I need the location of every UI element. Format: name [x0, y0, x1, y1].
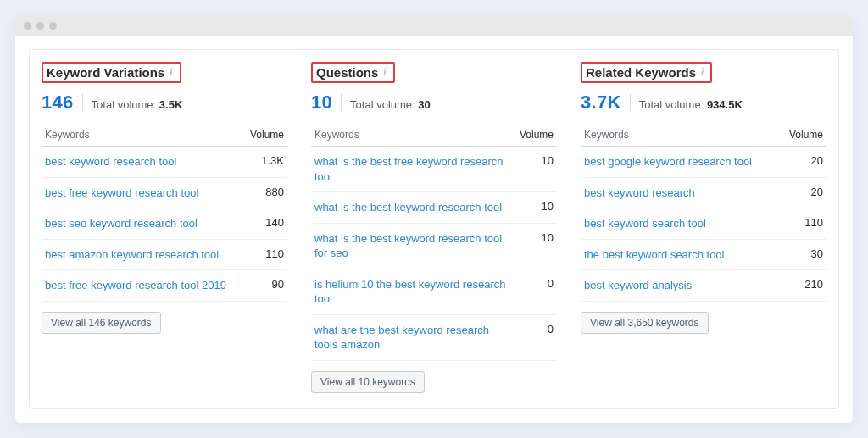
table-row: best google keyword research tool20 — [581, 147, 826, 178]
keyword-link[interactable]: best google keyword research tool — [584, 154, 752, 169]
table-row: what is the best free keyword research t… — [311, 147, 557, 192]
panel-metrics: 3.7KTotal volume: 934.5K — [581, 91, 826, 114]
vertical-divider — [341, 94, 342, 111]
keyword-link[interactable]: best keyword research tool — [45, 154, 176, 169]
vertical-divider — [82, 94, 83, 111]
table-row: best free keyword research tool880 — [42, 177, 287, 208]
panel-total-volume: Total volume: 30 — [350, 98, 431, 111]
keyword-link[interactable]: what is the best free keyword research t… — [314, 154, 513, 184]
panel-metrics: 10Total volume: 30 — [311, 91, 557, 114]
total-volume-value: 934.5K — [707, 98, 743, 111]
panel-count: 146 — [42, 91, 74, 114]
panel-title-box: Questionsi — [311, 62, 395, 83]
keyword-volume: 140 — [243, 208, 287, 240]
table-row: the best keyword search tool30 — [581, 239, 826, 270]
keywords-table: KeywordsVolumebest google keyword resear… — [581, 124, 826, 302]
keyword-volume: 0 — [516, 314, 557, 360]
keyword-volume: 0 — [516, 269, 557, 314]
table-row: what is the best keyword research tool10 — [311, 192, 557, 224]
table-row: is helium 10 the best keyword research t… — [311, 269, 557, 314]
keyword-volume: 90 — [243, 270, 287, 302]
col-header-keywords: Keywords — [581, 124, 780, 147]
keywords-table: KeywordsVolumewhat is the best free keyw… — [311, 124, 557, 361]
table-row: what is the best keyword research tool f… — [311, 223, 557, 269]
view-all-button[interactable]: View all 3,650 keywords — [581, 312, 709, 334]
keyword-volume: 10 — [516, 192, 557, 224]
info-icon[interactable]: i — [383, 66, 386, 79]
keyword-volume: 20 — [780, 177, 826, 208]
keyword-link[interactable]: best seo keyword research tool — [45, 216, 198, 231]
keyword-panel: Keyword Variationsi146Total volume: 3.5K… — [42, 62, 287, 334]
panel-metrics: 146Total volume: 3.5K — [42, 91, 287, 114]
panel-title: Related Keywords — [586, 65, 696, 80]
col-header-volume: Volume — [780, 124, 826, 147]
keyword-link[interactable]: what is the best keyword research tool — [314, 200, 502, 215]
keyword-volume: 1.3K — [243, 147, 287, 178]
window-control-close[interactable] — [24, 22, 31, 30]
panel-total-volume: Total volume: 934.5K — [639, 98, 743, 111]
keywords-table: KeywordsVolumebest keyword research tool… — [42, 124, 287, 302]
col-header-volume: Volume — [243, 124, 287, 147]
view-all-button[interactable]: View all 10 keywords — [311, 371, 425, 393]
keyword-link[interactable]: best keyword analysis — [584, 278, 692, 293]
panel-title: Keyword Variations — [47, 65, 164, 80]
total-volume-value: 30 — [418, 98, 430, 111]
keyword-link[interactable]: the best keyword search tool — [584, 247, 724, 263]
table-row: best free keyword research tool 201990 — [42, 270, 287, 302]
keyword-panel: Questionsi10Total volume: 30KeywordsVolu… — [311, 62, 557, 393]
keyword-link[interactable]: best keyword search tool — [584, 216, 706, 231]
table-row: best amazon keyword research tool110 — [42, 239, 287, 270]
panel-total-volume: Total volume: 3.5K — [92, 98, 183, 111]
keyword-panels: Keyword Variationsi146Total volume: 3.5K… — [29, 49, 839, 409]
content-area: Keyword Variationsi146Total volume: 3.5K… — [15, 36, 853, 423]
total-volume-label: Total volume: — [350, 98, 415, 111]
table-row: best keyword search tool110 — [581, 208, 826, 240]
col-header-volume: Volume — [516, 124, 557, 147]
total-volume-label: Total volume: — [639, 98, 704, 111]
keyword-link[interactable]: best amazon keyword research tool — [45, 247, 219, 263]
keyword-panel: Related Keywordsi3.7KTotal volume: 934.5… — [581, 62, 826, 334]
keyword-volume: 880 — [243, 177, 287, 208]
table-row: best keyword research tool1.3K — [42, 147, 287, 178]
app-window: Keyword Variationsi146Total volume: 3.5K… — [15, 15, 853, 423]
keyword-link[interactable]: is helium 10 the best keyword research t… — [314, 277, 513, 307]
panel-title: Questions — [316, 65, 378, 80]
window-control-minimize[interactable] — [36, 22, 44, 30]
keyword-link[interactable]: what are the best keyword research tools… — [314, 323, 513, 352]
keyword-link[interactable]: what is the best keyword research tool f… — [314, 231, 513, 261]
keyword-link[interactable]: best free keyword research tool — [45, 186, 198, 201]
keyword-volume: 10 — [516, 223, 557, 269]
panel-count: 10 — [311, 91, 332, 114]
info-icon[interactable]: i — [170, 66, 172, 79]
vertical-divider — [630, 94, 631, 111]
keyword-link[interactable]: best free keyword research tool 2019 — [45, 278, 226, 293]
table-row: best keyword research20 — [581, 177, 826, 208]
panel-title-box: Keyword Variationsi — [42, 62, 181, 83]
keyword-volume: 110 — [780, 208, 826, 240]
view-all-button[interactable]: View all 146 keywords — [42, 312, 161, 334]
table-row: what are the best keyword research tools… — [311, 314, 557, 360]
window-control-zoom[interactable] — [49, 22, 57, 30]
info-icon[interactable]: i — [701, 66, 704, 79]
keyword-link[interactable]: best keyword research — [584, 186, 695, 201]
col-header-keywords: Keywords — [42, 124, 243, 147]
total-volume-label: Total volume: — [92, 98, 157, 111]
col-header-keywords: Keywords — [311, 124, 516, 147]
window-titlebar — [15, 15, 853, 36]
keyword-volume: 110 — [243, 239, 287, 270]
panel-count: 3.7K — [581, 91, 621, 114]
table-row: best keyword analysis210 — [581, 270, 826, 302]
panel-title-box: Related Keywordsi — [581, 62, 712, 83]
keyword-volume: 210 — [780, 270, 826, 302]
total-volume-value: 3.5K — [159, 98, 182, 111]
table-row: best seo keyword research tool140 — [42, 208, 287, 240]
keyword-volume: 10 — [516, 147, 557, 192]
keyword-volume: 30 — [780, 239, 826, 270]
keyword-volume: 20 — [780, 147, 826, 178]
